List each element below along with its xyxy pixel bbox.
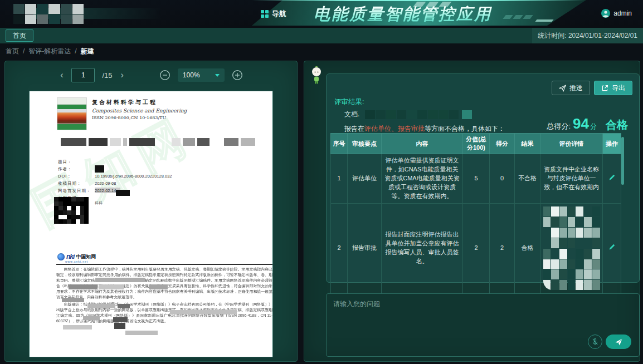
cell-content: 报告封面应注明评估报告出具单位并加盖公章应有评估报告编写人员、审批人员签名。	[382, 203, 463, 293]
document-metadata: 题目： 作者： DOI：10.19936/j.cnki.2096-8000.20…	[58, 158, 172, 201]
redacted-document-name	[365, 110, 459, 119]
summary-prefix: 报告在	[344, 125, 364, 132]
pencil-icon	[608, 243, 616, 250]
field-label: 题目：	[58, 159, 95, 165]
total-score-unit: 分	[590, 122, 597, 131]
redaction-block	[113, 317, 128, 322]
app-title: 电能质量智能管控应用	[314, 3, 492, 26]
grid-icon	[261, 10, 269, 18]
divider-rule	[56, 264, 272, 265]
journal-issn: ISSN 2096-8000,CN 10-1683/TU	[92, 115, 187, 120]
cnki-site-url: www.cnki.net	[65, 260, 88, 263]
redaction-block	[83, 316, 100, 320]
breadcrumb-separator: /	[75, 47, 76, 55]
edit-row-button[interactable]	[608, 243, 616, 250]
redaction-block	[116, 190, 130, 196]
send-button[interactable]	[606, 335, 631, 349]
user-menu[interactable]: admin	[601, 9, 632, 18]
redacted-article-title	[61, 138, 255, 146]
minus-circle-icon	[159, 70, 171, 81]
zoom-level-select[interactable]: 100%	[178, 68, 225, 82]
question-input[interactable]	[327, 294, 639, 333]
col-result: 结果	[515, 134, 540, 154]
cell-score-value: 2	[463, 203, 490, 293]
journal-title-cn: 复合材料科学与工程	[92, 99, 187, 106]
qr-code	[54, 197, 89, 224]
table-scrollbar-thumb[interactable]	[621, 137, 624, 185]
page-number-input[interactable]	[71, 68, 95, 82]
mic-muted-icon	[591, 338, 599, 346]
table-row: 2 报告审批 报告封面应注明评估报告出具单位并加盖公章应有评估报告编写人员、审批…	[331, 203, 621, 293]
redaction-block	[69, 284, 98, 289]
col-no: 序号	[331, 134, 348, 154]
redaction-block	[149, 284, 168, 289]
cell-score-value: 5	[463, 154, 490, 204]
cell-point: 评估单位	[348, 154, 382, 204]
tab-home[interactable]: 首页	[6, 29, 33, 42]
cell-result: 不合格	[515, 154, 540, 204]
redaction-block	[125, 331, 158, 335]
redacted-evidence-image	[543, 206, 600, 290]
breadcrumb-home[interactable]: 首页	[6, 47, 19, 56]
page-total: /15	[102, 71, 112, 80]
document-label: 文档.	[344, 110, 359, 119]
pencil-icon	[608, 174, 616, 181]
redaction-block	[114, 323, 125, 329]
cell-score: 0	[490, 154, 515, 204]
field-label: DOI：	[58, 174, 95, 179]
field-value: 2022-02-14	[95, 188, 116, 193]
voice-input-button[interactable]	[588, 335, 602, 349]
push-label: 推送	[569, 83, 583, 93]
journal-cover-thumbnail	[57, 98, 86, 130]
breadcrumb-separator: /	[23, 47, 25, 55]
redaction-block	[462, 110, 472, 119]
breadcrumb-current: 新建	[81, 47, 94, 56]
zoom-in-button[interactable]	[232, 70, 243, 81]
field-label: 收稿日期：	[58, 181, 95, 186]
document-page: 中国知网 复合材料科学与工程 Composites Science and En…	[30, 91, 272, 357]
redaction-block	[62, 298, 84, 302]
cell-no: 2	[331, 203, 348, 293]
col-operation: 操作	[603, 134, 621, 154]
tab-bar: 首页 统计时间: 2024/01/01-2024/02/01	[0, 28, 643, 43]
redaction-block	[87, 304, 115, 308]
redaction-block	[95, 278, 145, 282]
total-score-verdict: 合格	[606, 117, 628, 132]
export-label: 导出	[612, 83, 625, 93]
review-result-card: 推送 导出 评审结果: 文档. 报告在评估单位、报告审批等方面不合格，具体如下：…	[326, 73, 640, 283]
breadcrumb-module[interactable]: 智评-解析雷达	[28, 47, 71, 56]
app-logo	[13, 4, 84, 24]
col-score: 得分	[490, 134, 515, 154]
prev-page-button[interactable]: ‹	[59, 71, 64, 80]
review-result-label: 评审结果:	[334, 97, 364, 107]
breadcrumb: 首页 / 智评-解析雷达 / 新建	[0, 43, 643, 59]
question-input-card	[326, 293, 640, 357]
export-button[interactable]: 导出	[594, 81, 632, 95]
cell-content: 评估单位需提供资质证明文件，如CNAS电能质量相关资质或CMA电能质量相关资质或…	[382, 154, 463, 204]
redaction-block	[170, 310, 237, 314]
send-plane-icon	[559, 85, 566, 92]
field-label: 作者：	[58, 166, 95, 172]
user-avatar-icon	[601, 9, 610, 18]
export-icon	[601, 85, 608, 92]
zoom-out-button[interactable]	[159, 70, 171, 81]
send-plane-icon	[615, 338, 623, 346]
col-content: 内容	[382, 134, 463, 154]
caret-down-icon	[215, 74, 220, 77]
field-value: 10.19936/j.cnki.2096-8000.20220128.032	[95, 174, 172, 179]
summary-fail-items: 评估单位、报告审批	[364, 125, 425, 132]
nav-menu-button[interactable]: 导航	[261, 9, 286, 19]
table-header-row: 序号 审核要点 内容 分值(总分100) 得分 结果 评价详情 操作	[331, 134, 621, 154]
zoom-level-value: 100%	[183, 71, 200, 79]
edit-row-button[interactable]	[608, 174, 616, 181]
field-label: 网络首发日期：	[58, 188, 95, 194]
push-button[interactable]: 推送	[552, 81, 590, 95]
review-summary: 报告在评估单位、报告审批等方面不合格，具体如下：	[344, 124, 505, 134]
citation-fragment: 科科	[95, 200, 103, 206]
nav-label: 导航	[272, 9, 286, 19]
table-row: 1 评估单位 评估单位需提供资质证明文件，如CNAS电能质量相关资质或CMA电能…	[331, 154, 621, 204]
cell-point: 报告审批	[348, 203, 382, 293]
pdf-viewer-panel: ‹ /15 › 100% 中国知网 复合材料科学与工程 Composites S…	[4, 61, 298, 362]
total-score-label: 总得分:	[547, 121, 571, 131]
next-page-button[interactable]: ›	[120, 71, 125, 80]
